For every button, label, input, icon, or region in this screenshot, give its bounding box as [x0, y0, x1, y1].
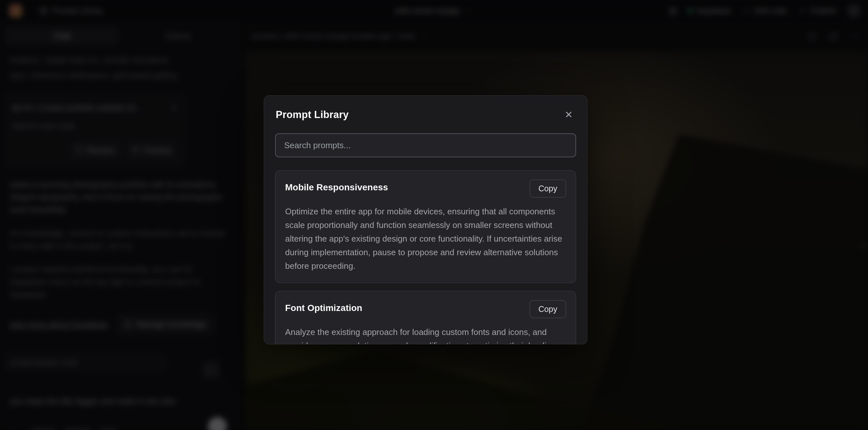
prompt-title: Font Optimization: [285, 300, 362, 313]
prompt-card-mobile-responsiveness: Mobile Responsiveness Copy Optimize the …: [275, 170, 576, 283]
app-screen: Prompt Library artfx visual voyage Su: [0, 0, 868, 430]
prompt-library-modal: Prompt Library ✕ Mobile Responsiveness C…: [264, 95, 587, 344]
prompt-body: Optimize the entire app for mobile devic…: [285, 205, 566, 273]
prompt-body: Analyze the existing approach for loadin…: [285, 325, 566, 344]
close-icon[interactable]: ✕: [562, 109, 576, 121]
modal-title: Prompt Library: [276, 109, 349, 121]
copy-button[interactable]: Copy: [530, 180, 566, 197]
prompt-card-font-optimization: Font Optimization Copy Analyze the exist…: [275, 291, 576, 344]
copy-button[interactable]: Copy: [530, 300, 566, 318]
search-input[interactable]: [275, 133, 576, 157]
prompt-title: Mobile Responsiveness: [285, 180, 388, 193]
prompt-list: Mobile Responsiveness Copy Optimize the …: [275, 170, 576, 344]
